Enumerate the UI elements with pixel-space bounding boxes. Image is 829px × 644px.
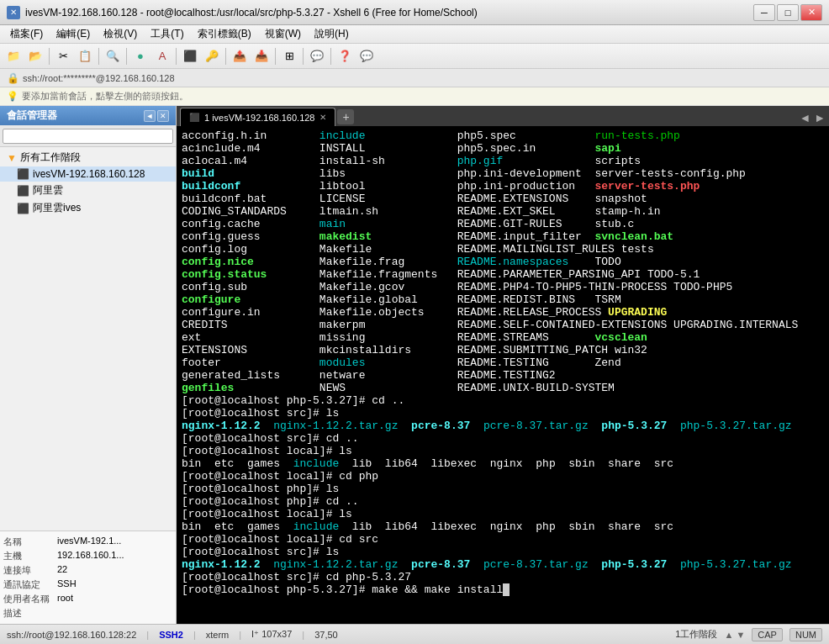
scroll-controls[interactable]: ▲ ▼: [724, 630, 745, 640]
status-bar: ssh://root@192.168.160.128:22 | SSH2 | x…: [0, 624, 829, 644]
extra-button[interactable]: 💬: [356, 46, 377, 66]
copy-button[interactable]: ✂: [53, 46, 73, 66]
tab-nav-buttons[interactable]: ◄ ►: [799, 111, 826, 126]
style-button[interactable]: A: [152, 46, 172, 66]
transfer-button[interactable]: 📤: [230, 46, 250, 66]
hint-icon: 💡: [7, 91, 18, 102]
status-term: xterm: [206, 630, 230, 640]
menu-tabs[interactable]: 索引標籤(B): [191, 26, 258, 42]
status-sep-2: |: [193, 630, 196, 640]
prop-row-protocol: 通訊協定 SSH: [3, 578, 172, 592]
ssh-url: ssh://root:*********@192.168.160.128: [23, 73, 175, 83]
tree-label: 阿里雲: [33, 183, 63, 198]
session-search-area: [0, 125, 176, 147]
hint-bar: 💡 要添加當前會話，點擊左側的箭頭按鈕。: [0, 87, 829, 106]
session-search-input[interactable]: [3, 129, 173, 144]
paste-button[interactable]: 📋: [75, 46, 95, 66]
session-header: 會話管理器 ◄ ✕: [0, 106, 176, 125]
prop-row-host: 主機 192.168.160.1...: [3, 549, 172, 563]
tab-server-icon: ⬛: [189, 113, 199, 122]
stop-button[interactable]: ⬛: [180, 46, 200, 66]
minimize-button[interactable]: ─: [753, 4, 775, 21]
prop-row-port: 連接埠 22: [3, 563, 172, 578]
key-button[interactable]: 🔑: [202, 46, 222, 66]
tree-item-aliyun-ives[interactable]: ⬛ 阿里雲ives: [0, 199, 176, 217]
color-button[interactable]: ●: [130, 46, 150, 66]
tree-item-aliyun[interactable]: ⬛ 阿里雲: [0, 182, 176, 199]
toolbar-sep-7: [303, 48, 304, 65]
tab-label: 1 ivesVM-192.168.160.128: [204, 113, 314, 123]
chat-button[interactable]: 💬: [307, 46, 327, 66]
tree-label: 所有工作階段: [20, 150, 81, 165]
prop-row-username: 使用者名稱 root: [3, 592, 172, 606]
menu-view[interactable]: 檢視(V): [97, 26, 144, 42]
tree-label: 阿里雲ives: [33, 201, 81, 215]
toolbar: 📁 📂 ✂ 📋 🔍 ● A ⬛ 🔑 📤 📥 ⊞ 💬 ❓ 💬: [0, 44, 829, 69]
status-cap: CAP: [752, 628, 783, 641]
prop-value-host: 192.168.160.1...: [57, 550, 172, 562]
session-panel-title: 會話管理器: [7, 108, 57, 123]
maximize-button[interactable]: □: [777, 4, 799, 21]
menu-file[interactable]: 檔案(F): [3, 26, 50, 42]
status-cursor-pos: I⁺ 107x37: [251, 629, 292, 640]
menu-help[interactable]: 說明(H): [308, 26, 356, 42]
menu-edit[interactable]: 編輯(E): [50, 26, 97, 42]
tab-close-button[interactable]: ✕: [319, 113, 326, 122]
status-sep-1: |: [146, 630, 149, 640]
server-icon: ⬛: [17, 168, 29, 180]
sftp-button[interactable]: 📥: [251, 46, 272, 66]
tab-ives-vm[interactable]: ⬛ 1 ivesVM-192.168.160.128 ✕: [180, 108, 335, 126]
status-num: NUM: [789, 628, 822, 641]
tree-item-all-sessions[interactable]: ▼ 所有工作階段: [0, 149, 176, 166]
add-tab-button[interactable]: +: [337, 109, 354, 124]
toolbar-sep-3: [126, 48, 127, 65]
prop-value-desc: [57, 607, 172, 620]
toolbar-sep-5: [225, 48, 226, 65]
title-bar: ✕ ivesVM-192.168.160.128 - root@localhos…: [0, 0, 829, 25]
ssh-bar: 🔒 ssh://root:*********@192.168.160.128: [0, 69, 829, 87]
session-panel: 會話管理器 ◄ ✕ ▼ 所有工作階段 ⬛ ivesVM-192.168.160.…: [0, 106, 177, 624]
zoom-button[interactable]: ⊞: [279, 46, 299, 66]
open-button[interactable]: 📂: [25, 46, 45, 66]
terminal-area: ⬛ 1 ivesVM-192.168.160.128 ✕ + ◄ ► accon…: [177, 106, 829, 624]
search-button[interactable]: 🔍: [103, 46, 123, 66]
status-sep-4: |: [302, 630, 304, 640]
title-text: ivesVM-192.168.160.128 - root@localhost:…: [25, 7, 478, 18]
status-ssh-protocol: SSH2: [159, 630, 183, 640]
prop-row-desc: 描述: [3, 606, 172, 620]
session-tree: ▼ 所有工作階段 ⬛ ivesVM-192.168.160.128 ⬛ 阿里雲 …: [0, 147, 176, 531]
toolbar-sep-1: [49, 48, 50, 65]
status-coords: 37,50: [314, 630, 338, 640]
properties-panel: 名稱 ivesVM-192.1... 主機 192.168.160.1... 連…: [0, 531, 176, 624]
toolbar-sep-6: [275, 48, 276, 65]
terminal-output[interactable]: acconfig.h.in include php5.spec run-test…: [177, 126, 829, 624]
status-sep-3: |: [239, 630, 241, 640]
menu-bar: 檔案(F) 編輯(E) 檢視(V) 工具(T) 索引標籤(B) 視窗(W) 說明…: [0, 25, 829, 44]
prop-label-protocol: 通訊協定: [3, 578, 54, 591]
toolbar-sep-2: [98, 48, 99, 65]
prop-value-protocol: SSH: [57, 578, 172, 591]
new-session-button[interactable]: 📁: [3, 46, 24, 66]
session-collapse-button[interactable]: ◄: [144, 110, 156, 122]
prop-value-username: root: [57, 593, 172, 605]
menu-tools[interactable]: 工具(T): [144, 26, 190, 42]
toolbar-sep-4: [176, 48, 177, 65]
tab-bar: ⬛ 1 ivesVM-192.168.160.128 ✕ + ◄ ►: [177, 106, 829, 126]
menu-window[interactable]: 視窗(W): [258, 26, 308, 42]
help-button[interactable]: ❓: [335, 46, 355, 66]
folder-icon: ▼: [7, 152, 17, 164]
prop-label-username: 使用者名稱: [3, 593, 54, 605]
server-icon: ⬛: [17, 203, 29, 214]
prop-label-desc: 描述: [3, 607, 54, 620]
prop-label-name: 名稱: [3, 536, 54, 548]
prop-row-name: 名稱 ivesVM-192.1...: [3, 535, 172, 549]
close-button[interactable]: ✕: [800, 4, 822, 21]
prop-value-name: ivesVM-192.1...: [57, 536, 172, 548]
status-ssh-label: ssh://root@192.168.160.128:22: [7, 630, 136, 640]
prop-value-port: 22: [57, 564, 172, 577]
main-area: 會話管理器 ◄ ✕ ▼ 所有工作階段 ⬛ ivesVM-192.168.160.…: [0, 106, 829, 624]
tree-item-ives-vm[interactable]: ⬛ ivesVM-192.168.160.128: [0, 166, 176, 182]
session-close-button[interactable]: ✕: [157, 110, 169, 122]
status-sessions: 1工作階段: [675, 628, 717, 641]
tree-label: ivesVM-192.168.160.128: [33, 168, 145, 180]
